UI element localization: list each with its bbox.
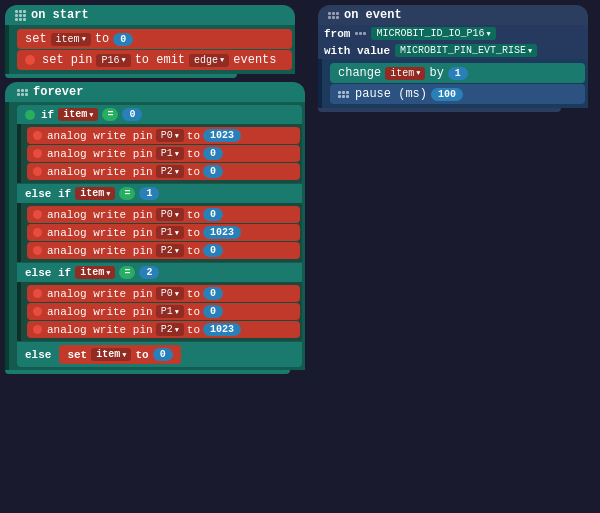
elseif-val-2: 2 xyxy=(139,266,159,279)
pin-p0-1a[interactable]: P0 xyxy=(156,129,184,142)
change-label: change xyxy=(338,66,381,80)
item-dropdown[interactable]: item xyxy=(51,33,91,46)
item-dropdown-elseif2[interactable]: item xyxy=(75,266,115,279)
val-0-1c: 0 xyxy=(203,165,223,178)
analog-write-label-1b: analog write pin xyxy=(47,148,153,160)
item-dropdown-elseif1[interactable]: item xyxy=(75,187,115,200)
circle-1c xyxy=(33,167,42,176)
analog-write-label-1a: analog write pin xyxy=(47,130,153,142)
analog-write-label-3c: analog write pin xyxy=(47,324,153,336)
pin-p2-2c[interactable]: P2 xyxy=(156,244,184,257)
on-start-icon xyxy=(15,10,26,21)
circle-3c xyxy=(33,325,42,334)
set-pin-label: set pin xyxy=(42,53,92,67)
to-2a: to xyxy=(187,209,200,221)
analog-row-1b: analog write pin P1 to 0 xyxy=(27,145,300,162)
circle-1a xyxy=(33,131,42,140)
to-1c: to xyxy=(187,166,200,178)
analog-write-label-3b: analog write pin xyxy=(47,306,153,318)
else-set-value: 0 xyxy=(153,348,173,361)
pin-p1-2b[interactable]: P1 xyxy=(156,226,184,239)
circle-2c xyxy=(33,246,42,255)
forever-section: forever if item = 0 analog write pin P0 … xyxy=(5,82,305,374)
analog-write-label-1c: analog write pin xyxy=(47,166,153,178)
analog-write-label-2b: analog write pin xyxy=(47,227,153,239)
forever-hat[interactable]: forever xyxy=(5,82,305,102)
on-event-hat[interactable]: on event xyxy=(318,5,588,25)
from-icon xyxy=(355,32,366,35)
set-value: 0 xyxy=(113,33,133,46)
on-event-icon xyxy=(328,12,339,19)
on-start-hat[interactable]: on start xyxy=(5,5,295,25)
events-label: events xyxy=(233,53,276,67)
edge-dropdown[interactable]: edge xyxy=(189,54,229,67)
elseif-val-1: 1 xyxy=(139,187,159,200)
forever-icon xyxy=(17,89,28,96)
circle-3b xyxy=(33,307,42,316)
set-item-row: set item to 0 xyxy=(17,29,292,49)
circle-icon xyxy=(25,55,35,65)
item-dropdown-event[interactable]: item xyxy=(385,67,425,80)
analog-write-label-3a: analog write pin xyxy=(47,288,153,300)
val-1023-1a: 1023 xyxy=(203,129,241,142)
pin-p2-3c[interactable]: P2 xyxy=(156,323,184,336)
with-value-label: with value xyxy=(324,45,390,57)
else-if-label-2: else if xyxy=(25,267,71,279)
to-3a: to xyxy=(187,288,200,300)
analog-row-2c: analog write pin P2 to 0 xyxy=(27,242,300,259)
with-value-dropdown[interactable]: MICROBIT_PIN_EVT_RISE xyxy=(395,44,537,57)
circle-3a xyxy=(33,289,42,298)
pin-p0-3a[interactable]: P0 xyxy=(156,287,184,300)
item-dropdown-else[interactable]: item xyxy=(91,348,131,361)
analog-row-3c: analog write pin P2 to 1023 xyxy=(27,321,300,338)
to-2c: to xyxy=(187,245,200,257)
eq-op-1: = xyxy=(102,108,118,121)
pin-p1-1b[interactable]: P1 xyxy=(156,147,184,160)
if-icon-1 xyxy=(25,110,35,120)
pin-p0-2a[interactable]: P0 xyxy=(156,208,184,221)
to-3c: to xyxy=(187,324,200,336)
val-0-2c: 0 xyxy=(203,244,223,257)
analog-write-label-2c: analog write pin xyxy=(47,245,153,257)
else-if-label-1: else if xyxy=(25,188,71,200)
pause-label: pause (ms) xyxy=(355,87,427,101)
to-3b: to xyxy=(187,306,200,318)
val-1023-3c: 1023 xyxy=(203,323,241,336)
pin-p2-1c[interactable]: P2 xyxy=(156,165,184,178)
to-2b: to xyxy=(187,227,200,239)
analog-row-1a: analog write pin P0 to 1023 xyxy=(27,127,300,144)
to-else-label: to xyxy=(135,349,148,361)
to-1b: to xyxy=(187,148,200,160)
circle-1b xyxy=(33,149,42,158)
val-0-1b: 0 xyxy=(203,147,223,160)
analog-write-label-2a: analog write pin xyxy=(47,209,153,221)
to-label: to xyxy=(95,32,109,46)
by-value: 1 xyxy=(448,67,468,80)
analog-row-2b: analog write pin P1 to 1023 xyxy=(27,224,300,241)
else-row: else set item to 0 xyxy=(17,342,302,367)
analog-row-2a: analog write pin P0 to 0 xyxy=(27,206,300,223)
val-0-3a: 0 xyxy=(203,287,223,300)
else-label: else xyxy=(25,349,51,361)
eq-op-3: = xyxy=(119,266,135,279)
else-if-row-1: else if item = 1 xyxy=(17,184,302,203)
from-label: from xyxy=(324,28,350,40)
pause-icon xyxy=(338,91,349,98)
item-dropdown-if1[interactable]: item xyxy=(58,108,98,121)
if-header-1: if item = 0 xyxy=(17,105,302,124)
set-label: set xyxy=(25,32,47,46)
circle-2b xyxy=(33,228,42,237)
on-event-section: on event from MICROBIT_ID_IO_P16 with va… xyxy=(318,5,588,112)
forever-label: forever xyxy=(33,85,83,99)
val-0-2a: 0 xyxy=(203,208,223,221)
pin-dropdown[interactable]: P16 xyxy=(96,54,130,67)
set-else-label: set xyxy=(67,349,87,361)
circle-2a xyxy=(33,210,42,219)
from-value-dropdown[interactable]: MICROBIT_ID_IO_P16 xyxy=(371,27,495,40)
set-pin-row: set pin P16 to emit edge events xyxy=(17,50,292,70)
pin-p1-3b[interactable]: P1 xyxy=(156,305,184,318)
analog-row-3b: analog write pin P1 to 0 xyxy=(27,303,300,320)
val-1023-2b: 1023 xyxy=(203,226,241,239)
by-label: by xyxy=(429,66,443,80)
on-event-label: on event xyxy=(344,8,402,22)
